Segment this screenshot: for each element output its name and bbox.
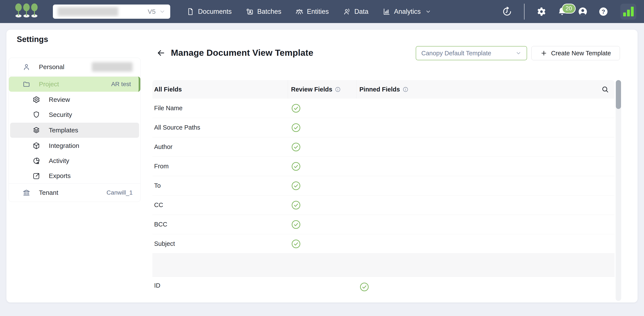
section-title: Manage Document View Template: [171, 48, 314, 58]
field-name: CC: [152, 202, 288, 209]
table-spacer-row: [152, 254, 614, 277]
column-header-review-fields: Review Fields: [288, 80, 356, 99]
sidebar-item-exports[interactable]: Exports: [9, 168, 140, 183]
layers-icon: [32, 126, 40, 134]
back-arrow-icon[interactable]: [156, 48, 166, 58]
topbar-actions: 20 ?: [502, 4, 636, 20]
fields-table-header: All Fields Review Fields Pinned Fields: [152, 80, 614, 99]
sidebar-item-label: Review: [49, 96, 70, 103]
analytics-icon: [382, 8, 390, 16]
check-circle-icon[interactable]: [291, 200, 301, 210]
sidebar-item-project[interactable]: ProjectAR test: [9, 77, 140, 92]
chevron-down-icon: [425, 9, 431, 15]
main-header: Manage Document View Template: [156, 48, 314, 58]
settings-gear-icon[interactable]: [536, 7, 546, 17]
sidebar-item-activity[interactable]: Activity: [9, 153, 140, 168]
nav-item-documents[interactable]: Documents: [186, 8, 232, 16]
check-circle-icon[interactable]: [291, 123, 301, 133]
table-row-bcc: BCC: [152, 215, 614, 234]
sidebar-item-templates[interactable]: Templates: [10, 123, 139, 138]
nav-item-data[interactable]: Data: [343, 8, 368, 16]
table-scrollbar[interactable]: [616, 80, 621, 301]
nav-item-label: Documents: [198, 8, 232, 16]
template-dropdown[interactable]: Canopy Default Template: [416, 46, 527, 60]
table-row-id: ID: [152, 277, 614, 302]
column-header-pinned-fields: Pinned Fields: [356, 80, 614, 99]
column-header-all-fields: All Fields: [152, 80, 288, 99]
review-field-cell: [288, 239, 356, 249]
nav-item-label: Analytics: [394, 8, 421, 16]
shield-icon: [32, 111, 40, 119]
info-icon[interactable]: [402, 87, 408, 92]
pinned-field-cell: [356, 282, 614, 292]
scrollbar-thumb[interactable]: [616, 80, 621, 109]
check-circle-icon[interactable]: [291, 239, 301, 249]
check-circle-icon[interactable]: [291, 142, 301, 152]
field-name: From: [152, 163, 288, 170]
fields-table: All Fields Review Fields Pinned Fields: [152, 80, 614, 302]
field-name: Author: [152, 143, 288, 150]
table-row-cc: CC: [152, 196, 614, 215]
document-icon: [186, 8, 194, 16]
gear-icon: [32, 96, 40, 104]
analytics-chart-button[interactable]: [620, 4, 636, 20]
nav-item-label: Data: [354, 8, 368, 16]
nav-item-entities[interactable]: Entities: [296, 8, 329, 16]
data-icon: [343, 8, 350, 16]
bank-icon: [22, 189, 30, 197]
sidebar-item-tenant[interactable]: TenantCanwill_1: [9, 184, 140, 202]
canopy-trees-logo[interactable]: [14, 3, 39, 20]
info-icon[interactable]: [335, 87, 341, 92]
chart-bar-icon: [623, 13, 626, 16]
chevron-down-icon: [159, 9, 166, 15]
sidebar-item-label: Exports: [49, 172, 71, 180]
export-icon: [32, 172, 40, 180]
page-title: Settings: [17, 35, 48, 44]
field-name: Subject: [152, 240, 288, 247]
review-field-cell: [288, 123, 356, 133]
create-new-template-button[interactable]: Create New Template: [531, 46, 620, 60]
user-avatar-icon[interactable]: [578, 7, 588, 17]
sidebar-item-personal[interactable]: Personal: [9, 58, 140, 76]
check-circle-icon[interactable]: [360, 282, 369, 292]
check-circle-icon[interactable]: [291, 162, 301, 171]
sidebar-item-label: Templates: [49, 126, 78, 134]
nav-item-analytics[interactable]: Analytics: [382, 8, 431, 16]
table-row-all-source-paths: All Source Paths: [152, 118, 614, 137]
nav-item-label: Batches: [257, 8, 281, 16]
review-field-cell: [288, 220, 356, 229]
plus-icon: [540, 50, 547, 57]
check-circle-icon[interactable]: [291, 103, 301, 113]
help-icon[interactable]: ?: [598, 7, 608, 17]
sidebar-item-label: Project: [39, 81, 59, 88]
batches-icon: [246, 8, 254, 16]
sidebar-item-integration[interactable]: Integration: [9, 138, 140, 153]
sidebar-divider: [9, 76, 140, 76]
person-icon: [22, 63, 30, 71]
svg-text:?: ?: [602, 8, 605, 15]
sidebar-item-label: Integration: [49, 142, 79, 149]
review-field-cell: [288, 142, 356, 152]
notification-count-badge: 20: [562, 4, 576, 14]
notifications-bell[interactable]: 20: [557, 7, 567, 17]
search-icon[interactable]: [601, 85, 609, 93]
check-circle-icon[interactable]: [291, 220, 301, 229]
check-circle-icon[interactable]: [291, 181, 301, 191]
topbar: V5 DocumentsBatchesEntitiesDataAnalytics: [0, 0, 644, 23]
chart-bar-icon: [631, 7, 634, 16]
sidebar-item-label: Tenant: [39, 189, 58, 196]
sidebar-item-security[interactable]: Security: [9, 107, 140, 122]
sidebar-item-label: Personal: [39, 63, 64, 71]
sidebar-item-value-redacted: [92, 62, 133, 72]
fields-table-body: File NameAll Source PathsAuthorFromToCCB…: [152, 99, 614, 302]
project-selector[interactable]: V5: [53, 5, 170, 19]
sidebar-item-value: Canwill_1: [106, 189, 133, 196]
project-version-label: V5: [148, 8, 156, 15]
nav-item-batches[interactable]: Batches: [246, 8, 281, 16]
history-timer-icon[interactable]: [502, 7, 512, 17]
sidebar-item-review[interactable]: Review: [9, 92, 140, 107]
cube-icon: [32, 142, 40, 149]
create-new-template-label: Create New Template: [551, 50, 611, 57]
entities-icon: [296, 8, 303, 16]
table-row-author: Author: [152, 137, 614, 157]
